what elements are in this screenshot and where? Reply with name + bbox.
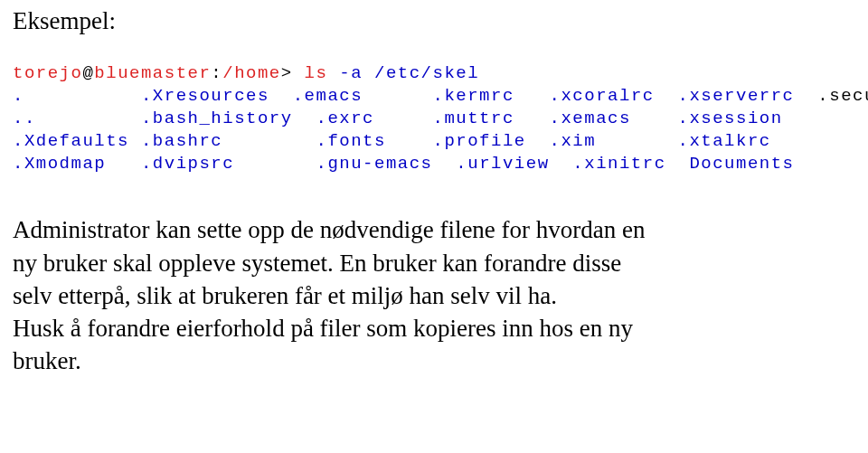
prompt-at: @: [82, 63, 94, 83]
ls-entry: .: [13, 86, 24, 106]
prompt-user: torejo: [13, 63, 82, 83]
ls-entry: .kermrc: [433, 86, 514, 106]
ls-entry: .bashrc: [141, 131, 222, 151]
paragraph-1: Administrator kan sette opp de nødvendig…: [13, 213, 664, 312]
ls-entry: Documents: [689, 154, 794, 174]
prompt-host: bluemaster: [94, 63, 211, 83]
ls-entry: .bash_history: [141, 109, 293, 128]
ls-entry: .xim: [550, 131, 597, 151]
ls-entry: .xsession: [678, 109, 783, 128]
ls-entry: .profile: [433, 131, 526, 151]
prompt-symbol: >: [281, 63, 305, 83]
body-text: Administrator kan sette opp de nødvendig…: [13, 213, 664, 377]
prompt-colon: :: [211, 63, 222, 83]
ls-entry: .Xdefaults: [13, 131, 129, 151]
ls-entry: .urlview: [456, 154, 549, 174]
ls-entry: .exrc: [316, 109, 374, 128]
ls-entry: .Xresources: [141, 86, 269, 106]
ls-entry: .Xmodmap: [13, 154, 106, 174]
ls-entry: .xcoralrc: [550, 86, 655, 106]
ls-entry: .xtalkrc: [677, 131, 770, 151]
terminal-output: torejo@bluemaster:/home> ls -a /etc/skel…: [13, 62, 855, 175]
prompt-path: /home: [222, 63, 281, 83]
ls-entry: .fonts: [316, 131, 385, 151]
paragraph-2: Husk å forandre eierforhold på filer som…: [13, 312, 664, 377]
ls-entry: .xemacs: [550, 109, 631, 128]
ls-entry: .dvipsrc: [141, 154, 234, 174]
ls-entry: .muttrc: [433, 109, 514, 128]
ls-entry: .xserverrc: [678, 86, 795, 106]
ls-entry: .secure: [817, 86, 868, 106]
example-heading: Eksempel:: [13, 7, 855, 35]
ls-entry: .emacs: [293, 86, 363, 106]
command-args: -a /etc/skel: [327, 63, 479, 83]
ls-entry: ..: [13, 109, 36, 128]
ls-entry: .xinitrc: [572, 154, 665, 174]
command: ls: [305, 63, 328, 83]
ls-listing: . .Xresources .emacs .kermrc .xcoralrc .…: [13, 86, 868, 174]
ls-entry: .gnu-emacs: [316, 154, 432, 174]
